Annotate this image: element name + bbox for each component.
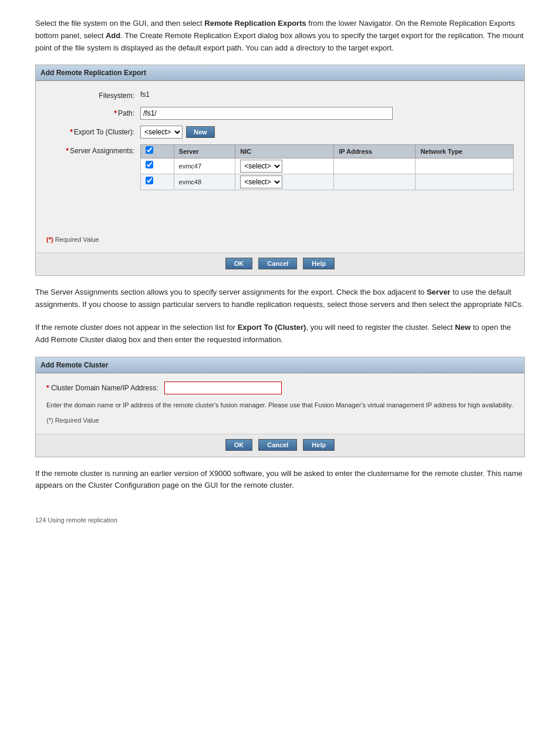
paragraph-2: The Server Assignments section allows yo… xyxy=(35,286,525,311)
server-table-header-row: Server NIC IP Address Network Type xyxy=(141,145,514,158)
table-row: evmc48 <select> xyxy=(141,174,514,190)
para2-bold-1: Server xyxy=(427,288,450,296)
col-checkbox xyxy=(141,145,174,158)
paragraph-4: If the remote cluster is running an earl… xyxy=(35,468,525,492)
row1-ip xyxy=(334,158,416,174)
row1-checkbox-cell xyxy=(141,158,174,174)
row1-nic: <select> xyxy=(235,158,334,174)
intro-text-1: Select the file system on the GUI, and t… xyxy=(35,19,204,28)
dialog2-help-button[interactable]: Help xyxy=(303,439,335,451)
path-row: *Path: xyxy=(46,107,514,120)
cluster-required-star: * xyxy=(46,384,51,392)
select-all-checkbox[interactable] xyxy=(146,146,153,154)
para3-text-a: If the remote cluster does not appear in… xyxy=(35,323,238,332)
para3-text-b: , you will need to register the cluster.… xyxy=(306,323,455,332)
filesystem-value: fs1 xyxy=(140,89,514,100)
intro-bold-2: Add xyxy=(106,31,120,40)
para2-text-a: The Server Assignments section allows yo… xyxy=(35,288,427,296)
cluster-domain-input[interactable] xyxy=(164,382,282,394)
path-required-star: * xyxy=(114,109,117,117)
page-number: 124 Using remote replication xyxy=(35,515,525,525)
add-remote-cluster-dialog: Add Remote Cluster * Cluster Domain Name… xyxy=(35,357,525,457)
dialog2-cancel-button[interactable]: Cancel xyxy=(258,439,297,451)
intro-bold-1: Remote Replication Exports xyxy=(204,19,306,28)
table-row: evmc47 <select> xyxy=(141,158,514,174)
row2-network xyxy=(416,174,514,190)
row1-nic-select[interactable]: <select> xyxy=(240,160,282,173)
para3-bold-2: New xyxy=(455,323,471,332)
export-to-cluster-row: *Export To (Cluster): <select> New xyxy=(46,126,514,139)
path-input[interactable] xyxy=(140,107,393,120)
new-button[interactable]: New xyxy=(186,126,215,138)
export-to-label: *Export To (Cluster): xyxy=(46,126,140,137)
filesystem-label: Filesystem: xyxy=(46,89,140,101)
dialog1-ok-button[interactable]: OK xyxy=(225,258,253,269)
dialog1-body: Filesystem: fs1 *Path: *Export To (Clust… xyxy=(36,81,524,252)
export-to-value: <select> New xyxy=(140,126,514,139)
dialog1-help-button[interactable]: Help xyxy=(303,258,335,269)
paragraph-3: If the remote cluster does not appear in… xyxy=(35,322,525,346)
row2-ip xyxy=(334,174,416,190)
row2-server: evmc48 xyxy=(174,174,235,190)
dialog2-title: Add Remote Cluster xyxy=(36,357,524,373)
col-network-type: Network Type xyxy=(416,145,514,158)
col-nic: NIC xyxy=(235,145,334,158)
cluster-domain-label: * Cluster Domain Name/IP Address: xyxy=(46,383,158,393)
cluster-info-text: Enter the domain name or IP address of t… xyxy=(46,400,514,410)
col-ip-address: IP Address xyxy=(334,145,416,158)
cluster-domain-row: * Cluster Domain Name/IP Address: xyxy=(46,382,514,394)
row2-nic: <select> xyxy=(235,174,334,190)
filesystem-row: Filesystem: fs1 xyxy=(46,89,514,101)
required-star-note: (*) xyxy=(46,236,53,243)
dialog1-title: Add Remote Replication Export xyxy=(36,65,524,81)
dialog1-required-note: (*) Required Value xyxy=(46,235,514,245)
dialog2-ok-button[interactable]: OK xyxy=(225,439,253,451)
para3-bold-1: Export To (Cluster) xyxy=(238,323,306,332)
export-required-star: * xyxy=(70,128,73,136)
dialog2-required-note: (*) Required Value xyxy=(46,416,514,426)
add-remote-replication-export-dialog: Add Remote Replication Export Filesystem… xyxy=(35,65,525,276)
intro-paragraph-1: Select the file system on the GUI, and t… xyxy=(35,18,525,54)
dialog2-footer: OK Cancel Help xyxy=(36,434,524,457)
path-label: *Path: xyxy=(46,107,140,119)
server-assignments-value: Server NIC IP Address Network Type evmc4… xyxy=(140,144,514,190)
server-assignments-row: *Server Assignments: Server NIC IP Addre… xyxy=(46,144,514,190)
server-required-star: * xyxy=(66,147,69,155)
row1-checkbox[interactable] xyxy=(146,161,153,168)
row2-checkbox-cell xyxy=(141,174,174,190)
path-value xyxy=(140,107,514,120)
row1-network xyxy=(416,158,514,174)
dialog1-cancel-button[interactable]: Cancel xyxy=(258,258,297,269)
col-server: Server xyxy=(174,145,235,158)
export-to-select[interactable]: <select> xyxy=(140,126,183,139)
dialog2-body: * Cluster Domain Name/IP Address: Enter … xyxy=(36,373,524,434)
server-assignments-label: *Server Assignments: xyxy=(46,144,140,156)
row2-checkbox[interactable] xyxy=(146,177,153,184)
row1-server: evmc47 xyxy=(174,158,235,174)
dialog1-footer: OK Cancel Help xyxy=(36,252,524,275)
server-table: Server NIC IP Address Network Type evmc4… xyxy=(140,144,514,190)
row2-nic-select[interactable]: <select> xyxy=(240,175,282,188)
